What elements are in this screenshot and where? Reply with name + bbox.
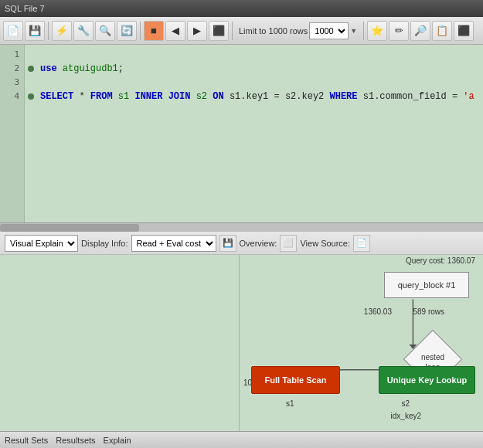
toolbar: 📄 💾 ⚡ 🔧 🔍 🔄 ■ ◀ ▶ ⬛ Limit to 1000 rows 1… [0,17,483,45]
overview-icon-btn[interactable]: ⬜ [280,235,297,252]
stop-btn[interactable]: ■ [144,21,164,41]
star-btn[interactable]: ⭐ [367,21,387,41]
code-line-1 [40,48,480,62]
separator-4 [363,22,364,40]
refresh-btn[interactable]: 🔄 [117,21,137,41]
line-num-1: 1 [0,48,24,62]
status-item-2[interactable]: Resultsets [56,436,95,445]
indicator-3 [25,76,37,90]
s1-label: s1 [286,399,294,408]
rows-to-nested: 589 rows [413,307,444,316]
extra-btn[interactable]: ⬛ [454,21,474,41]
overview-label: Overview: [240,239,277,248]
s2-idx-label: idx_key2 [391,412,421,420]
view-source-icon-btn[interactable]: 📄 [353,235,370,252]
status-item-1[interactable]: Result Sets [5,436,48,445]
next-btn[interactable]: ▶ [187,21,207,41]
display-info-select[interactable]: Read + Eval cost [131,235,216,252]
line-num-4: 4 [0,90,24,104]
line-num-3: 3 [0,76,24,90]
status-bar: Result Sets Resultsets Explain [0,431,483,448]
new-file-btn[interactable]: 📄 [3,21,23,41]
dropdown-arrow-icon: ▼ [350,27,357,35]
separator-2 [140,22,141,40]
code-line-2: use atguigudb1; [40,62,480,76]
query-block-box: query_block #1 [384,272,469,298]
editor-area: 1 2 3 4 use atguigudb1; SELECT * FROM s1… [0,45,483,222]
right-panel: Query cost: 1360.07 query_block #1 1360.… [240,255,483,431]
unique-key-box: Unique Key Lookup [379,366,475,394]
h-scrollbar[interactable] [0,222,483,232]
s2-label: s2 [401,399,410,408]
code-line-3 [40,76,480,90]
unique-key-label: Unique Key Lookup [387,375,467,385]
limit-dropdown[interactable]: 1000 500 2000 [309,22,349,39]
visual-explain: Query cost: 1360.07 query_block #1 1360.… [0,255,483,431]
limit-label: Limit to 1000 rows [239,26,308,36]
execute-btn[interactable]: ⚡ [52,21,72,41]
query-cost-label: Query cost: 1360.07 [406,256,475,265]
title-label: SQL File 7 [5,4,45,13]
separator-1 [48,22,49,40]
visual-explain-select[interactable]: Visual Explain [5,235,78,252]
save-btn[interactable]: 💾 [25,21,45,41]
indicator-1 [25,48,37,62]
display-info-label: Display Info: [81,239,128,248]
zoom-btn[interactable]: 🔎 [410,21,430,41]
panel-toolbar: Visual Explain Display Info: Read + Eval… [0,232,483,255]
code-content[interactable]: use atguigudb1; SELECT * FROM s1 INNER J… [37,45,483,222]
full-table-scan-label: Full Table Scan [265,375,327,385]
cost-to-nested: 1360.03 [364,307,392,316]
full-table-scan-box: Full Table Scan [251,366,340,394]
separator-3 [232,22,233,40]
debug-btn[interactable]: 🔧 [73,21,94,41]
indicator-2 [25,62,37,76]
line-num-2: 2 [0,62,24,76]
search-btn[interactable]: 🔍 [95,21,115,41]
prev-btn[interactable]: ◀ [165,21,185,41]
save-icon-btn[interactable]: 💾 [219,235,236,252]
title-bar: SQL File 7 [0,0,483,17]
bottom-panel: Visual Explain Display Info: Read + Eval… [0,232,483,431]
line-numbers: 1 2 3 4 [0,45,25,222]
left-panel [0,255,240,431]
commit-btn[interactable]: ⬛ [209,21,229,41]
h-scrollbar-thumb [0,224,139,232]
query-block-label: query_block #1 [398,280,456,290]
code-line-4: SELECT * FROM s1 INNER JOIN s2 ON s1.key… [40,90,480,104]
status-item-3[interactable]: Explain [104,436,131,445]
line-indicators [25,45,37,222]
edit-btn[interactable]: ✏ [389,21,409,41]
clip-btn[interactable]: 📋 [432,21,452,41]
indicator-4 [25,90,37,104]
view-source-label: View Source: [300,239,350,248]
limit-select-container: Limit to 1000 rows 1000 500 2000 ▼ [239,22,357,39]
